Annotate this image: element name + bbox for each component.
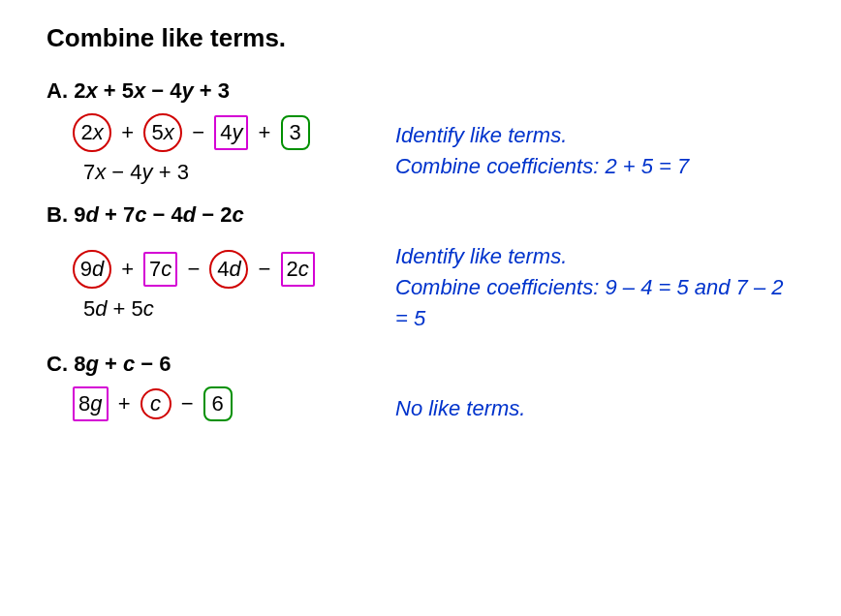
plus-op: + [121,257,134,282]
plus-op: + [121,120,134,145]
page-title: Combine like terms. [47,23,794,53]
label-b: B. [47,202,68,227]
term-6-octagon: 6 [203,386,233,421]
term-5x-circle: 5x [143,113,182,152]
problem-c-marked: 8g + c − 6 [72,386,395,421]
plus-op: + [118,391,131,416]
problem-a-result: 7x − 4y + 3 [83,160,395,185]
term-2c-box: 2c [281,252,315,287]
note-identify: Identify like terms. [395,241,794,272]
problem-a-head: A. 2x + 5x − 4y + 3 [47,78,794,104]
term-9d-circle: 9d [73,250,111,289]
note-no-like-terms: No like terms. [395,393,525,424]
label-c: C. [47,352,68,376]
plus-op: + [259,120,271,145]
term-3-octagon: 3 [281,115,310,150]
note-combine: Combine coefficients: 9 – 4 = 5 and 7 – … [395,272,794,334]
label-a: A. [47,78,68,103]
minus-op: − [181,391,194,416]
term-c-circle: c [140,388,171,419]
minus-op: − [259,257,271,282]
problem-a-marked: 2x + 5x − 4y + 3 [72,113,395,152]
minus-op: − [187,257,200,282]
term-2x-circle: 2x [73,113,111,152]
problem-a-notes: Identify like terms. Combine coefficient… [395,116,689,182]
problem-b-head: B. 9d + 7c − 4d − 2c [47,202,794,228]
term-4d-circle: 4d [209,250,248,289]
term-8g-box: 8g [73,386,109,421]
problem-c-head: C. 8g + c − 6 [47,352,794,377]
problem-b-marked: 9d + 7c − 4d − 2c [72,250,395,289]
note-identify: Identify like terms. [395,120,689,151]
problem-a: A. 2x + 5x − 4y + 3 2x + 5x − 4y + 3 7x … [47,78,794,185]
term-4y-box: 4y [214,115,248,150]
problem-b-result: 5d + 5c [83,296,395,322]
term-7c-box: 7c [143,252,177,287]
note-combine: Combine coefficients: 2 + 5 = 7 [395,151,689,182]
problem-c-notes: No like terms. [395,389,525,424]
minus-op: − [192,120,204,145]
problem-b: B. 9d + 7c − 4d − 2c 9d + 7c − 4d − 2c 5… [47,202,794,334]
problem-c: C. 8g + c − 6 8g + c − 6 No like terms. [47,352,794,427]
problem-b-notes: Identify like terms. Combine coefficient… [395,237,794,334]
